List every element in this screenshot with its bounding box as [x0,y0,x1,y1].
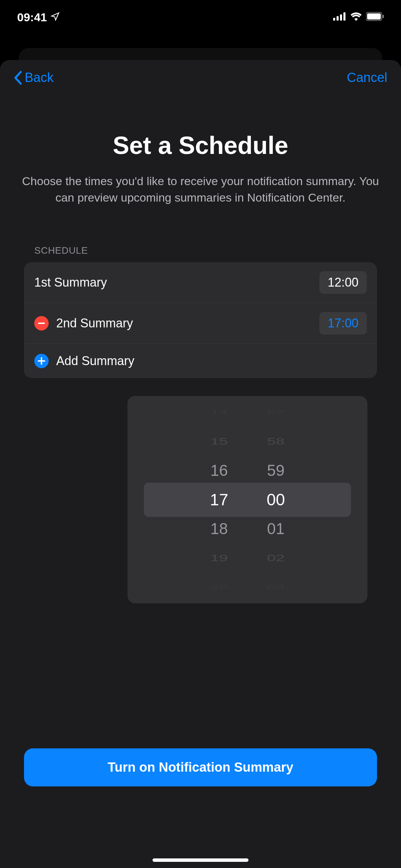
home-indicator[interactable] [153,858,248,862]
location-icon [50,11,60,24]
summary-row-1-label: 1st Summary [34,275,107,290]
status-icons [333,12,384,22]
picker-minute-option[interactable]: 01 [267,514,285,543]
svg-rect-6 [382,15,384,18]
add-summary-row[interactable]: Add Summary [24,344,377,378]
picker-hour-option[interactable]: 15 [210,433,228,450]
back-button[interactable]: Back [14,70,53,85]
page-header: Set a Schedule Choose the times you'd li… [0,92,401,206]
summary-row-1-time[interactable]: 12:00 [319,271,367,294]
back-label: Back [25,70,53,85]
turn-on-button[interactable]: Turn on Notification Summary [24,748,377,786]
picker-hour-option[interactable]: 16 [210,456,228,485]
picker-hour-option[interactable]: 18 [210,514,228,543]
page-title: Set a Schedule [21,131,380,159]
chevron-left-icon [14,71,22,85]
picker-hour-option[interactable]: 14 [210,407,228,418]
picker-hour-selected[interactable]: 17 [210,485,228,514]
summary-row-1: 1st Summary 12:00 [24,262,377,303]
status-time-group: 09:41 [17,11,60,24]
svg-rect-3 [343,12,345,21]
battery-icon [366,12,384,22]
picker-minute-selected[interactable]: 00 [267,485,285,514]
svg-rect-5 [367,13,381,20]
summary-row-2-time[interactable]: 17:00 [319,312,367,335]
picker-hours-column[interactable]: 14 15 16 17 18 19 20 [127,396,247,603]
picker-hour-option[interactable]: 19 [210,549,228,567]
picker-minute-option[interactable]: 02 [267,549,285,567]
nav-bar: Back Cancel [0,60,401,92]
picker-minutes-column[interactable]: 57 58 59 00 01 02 03 [247,396,367,603]
svg-rect-0 [333,18,335,21]
picker-minute-option[interactable]: 58 [267,433,285,450]
page-subtitle: Choose the times you'd like to receive y… [21,173,380,206]
schedule-section-label: Schedule [0,245,401,256]
summary-row-2: 2nd Summary 17:00 [24,303,377,344]
picker-minute-option[interactable]: 57 [267,407,285,418]
svg-rect-1 [337,16,339,21]
cancel-button[interactable]: Cancel [347,70,387,85]
remove-summary-icon[interactable] [34,316,49,330]
schedule-list: 1st Summary 12:00 2nd Summary 17:00 Add … [24,262,377,378]
status-time: 09:41 [17,11,47,24]
summary-row-2-label: 2nd Summary [56,316,133,330]
add-summary-icon[interactable] [34,354,49,368]
time-picker[interactable]: 14 15 16 17 18 19 20 57 58 59 00 01 02 0… [127,396,367,603]
svg-rect-2 [340,14,342,21]
picker-hour-option[interactable]: 20 [210,582,228,592]
status-bar: 09:41 [0,0,401,34]
picker-minute-option[interactable]: 03 [267,582,285,592]
picker-minute-option[interactable]: 59 [267,456,285,485]
cellular-icon [333,12,346,22]
wifi-icon [350,12,362,22]
add-summary-label: Add Summary [56,354,134,368]
